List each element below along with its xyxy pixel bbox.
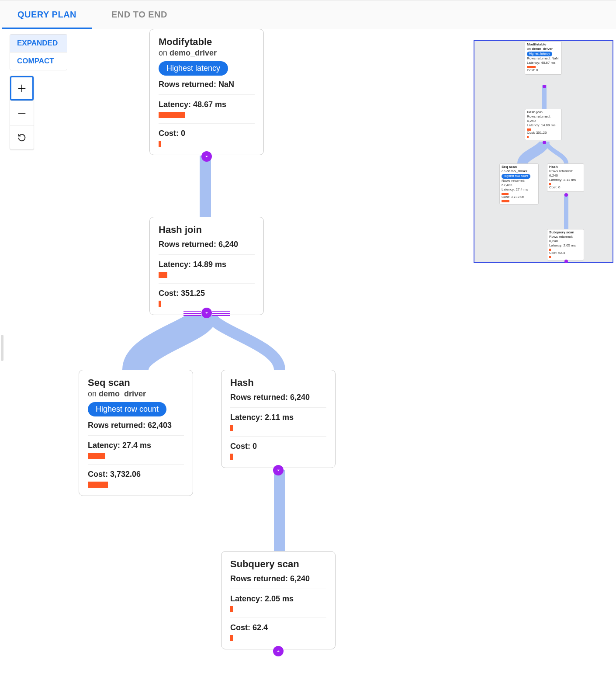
tab-query-plan[interactable]: QUERY PLAN [0,0,94,29]
rows-label: Rows returned: 6,240 [230,393,326,402]
rows-label: Rows returned: 6,240 [159,240,255,249]
compact-button[interactable]: COMPACT [10,52,67,70]
badge-highest-latency: Highest latency [159,61,228,76]
latency-bar [159,112,185,118]
latency-label: Latency: 27.4 ms [88,441,184,450]
node-divider-icon [183,313,201,314]
node-modifytable[interactable]: Modifytable on demo_driver Highest laten… [149,29,264,155]
minus-icon [17,108,27,118]
node-title: Hash [230,377,326,389]
mini-chevron-icon [564,260,568,263]
mini-node: Hash join Rows returned: 6,240 Latency: … [525,109,562,140]
cost-label: Cost: 0 [230,442,326,451]
minimap[interactable]: Modifytable on demo_driver Highest laten… [474,40,613,263]
node-subquery[interactable]: Subquery scan Rows returned: 6,240 Laten… [221,551,336,649]
chevron-down-icon[interactable] [273,465,284,475]
node-title: Modifytable [159,36,255,48]
badge-highest-rowcount: Highest row count [88,402,166,416]
chevron-down-icon[interactable] [201,308,212,318]
drag-handle[interactable] [1,335,3,361]
node-title: Subquery scan [230,559,326,570]
zoom-in-button[interactable] [10,76,34,101]
cost-label: Cost: 62.4 [230,623,326,632]
chevron-down-icon[interactable] [201,151,212,162]
cost-bar [159,141,161,147]
mini-chevron-icon [564,193,568,197]
cost-bar [88,482,108,488]
mini-node: Seq scan on demo_driver Highest row coun… [499,163,539,205]
latency-label: Latency: 2.05 ms [230,594,326,604]
mini-node: Modifytable on demo_driver Highest laten… [525,41,562,75]
node-hashjoin[interactable]: Hash join Rows returned: 6,240 Latency: … [149,217,264,315]
rows-label: Rows returned: 62,403 [88,421,184,430]
reset-button[interactable] [10,125,34,149]
latency-label: Latency: 14.89 ms [159,260,255,269]
latency-bar [159,272,167,278]
node-divider-icon [212,313,230,314]
zoom-controls [10,76,34,150]
tab-end-to-end[interactable]: END TO END [94,0,185,29]
node-seqscan[interactable]: Seq scan on demo_driver Highest row coun… [79,370,193,496]
mini-chevron-icon [543,85,546,88]
node-hash[interactable]: Hash Rows returned: 6,240 Latency: 2.11 … [221,370,336,468]
latency-bar [230,606,233,612]
node-target: on demo_driver [88,389,184,399]
view-toggle: EXPANDED COMPACT [10,34,67,70]
mini-node: Hash Rows returned: 6,240 Latency: 2.11 … [547,163,584,192]
cost-bar [159,301,161,307]
reset-icon [17,133,27,142]
cost-label: Cost: 351.25 [159,289,255,298]
rows-label: Rows returned: NaN [159,80,255,89]
mini-node: Subquery scan Rows returned: 6,240 Laten… [547,229,584,260]
chevron-up-icon[interactable] [273,646,284,656]
node-target: on demo_driver [159,49,255,58]
node-title: Hash join [159,224,255,236]
latency-label: Latency: 48.67 ms [159,100,255,109]
cost-bar [230,454,233,460]
zoom-out-button[interactable] [10,101,34,125]
side-controls: EXPANDED COMPACT [10,34,67,150]
node-title: Seq scan [88,377,184,389]
plan-canvas[interactable]: EXPANDED COMPACT Modifytable on demo_dri… [0,29,616,680]
expanded-button[interactable]: EXPANDED [10,35,67,52]
tabs: QUERY PLAN END TO END [0,0,616,29]
cost-label: Cost: 0 [159,129,255,138]
cost-bar [230,635,233,641]
latency-bar [88,453,105,459]
mini-chevron-icon [543,141,546,144]
cost-label: Cost: 3,732.06 [88,470,184,479]
rows-label: Rows returned: 6,240 [230,574,326,583]
latency-label: Latency: 2.11 ms [230,413,326,422]
plus-icon [17,83,27,93]
latency-bar [230,425,233,431]
